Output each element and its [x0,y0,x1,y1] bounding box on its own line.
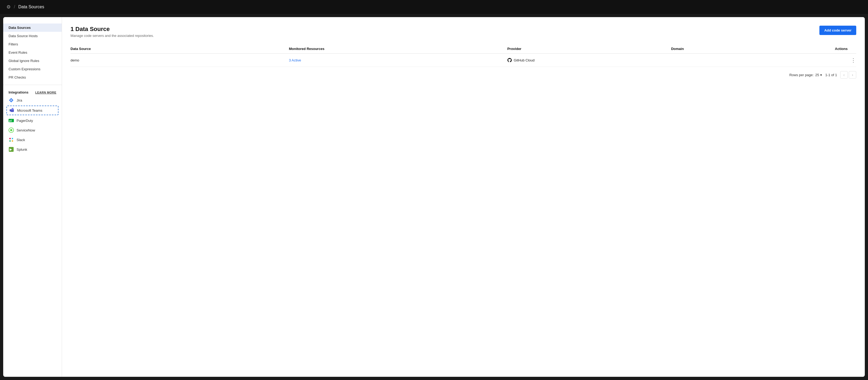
splunk-icon: ▶ [8,147,14,152]
sidebar-item-filters[interactable]: Filters [3,40,62,48]
jira-icon [8,97,14,103]
svg-point-7 [10,129,12,131]
sidebar-item-microsoft-teams[interactable]: Microsoft Teams [6,106,59,115]
table-header: Data Source Monitored Resources Provider… [70,44,856,54]
row-actions-menu-button[interactable]: ⋮ [850,57,856,63]
rows-per-page-value: 25 [815,73,819,77]
settings-icon: ⚙ [6,4,11,10]
table-header-actions: Actions [835,47,856,51]
pagerduty-label: PagerDuty [17,119,33,123]
breadcrumb-separator: / [14,4,15,9]
table-header-monitored-resources: Monitored Resources [289,47,507,51]
pagination: Rows per page: 25 ▾ 1-1 of 1 ‹ › [70,71,856,79]
sidebar-item-global-ignore-rules[interactable]: Global Ignore Rules [3,57,62,65]
servicenow-label: ServiceNow [17,128,35,132]
table-cell-data-source: demo [70,58,289,62]
main-wrapper: Data Sources Data Source Hosts Filters E… [3,17,865,377]
table-header-provider: Provider [507,47,671,51]
pagination-rows-per-page: Rows per page: 25 ▾ [789,73,822,77]
sidebar-divider [3,85,62,85]
content-header: 1 Data Source Manage code servers and th… [70,26,856,38]
svg-rect-9 [12,138,13,139]
learn-more-link[interactable]: LEARN MORE [35,91,56,94]
pagination-prev-button[interactable]: ‹ [840,71,848,79]
content-area: 1 Data Source Manage code servers and th… [62,17,865,377]
svg-rect-10 [9,140,11,142]
content-title-group: 1 Data Source Manage code servers and th… [70,26,154,38]
sidebar-item-event-rules[interactable]: Event Rules [3,48,62,57]
integrations-header: Integrations LEARN MORE [3,88,62,95]
table-row: demo 3 Active GitHub Cloud ⋮ [70,54,856,67]
svg-text:pd: pd [9,120,12,122]
data-sources-table: Data Source Monitored Resources Provider… [70,44,856,67]
table-cell-actions: ⋮ [835,57,856,63]
sidebar-item-label: Data Source Hosts [8,34,38,38]
jira-label: Jira [17,98,22,103]
add-code-server-button[interactable]: Add code server [819,26,856,35]
rows-per-page-select[interactable]: 25 ▾ [815,73,822,77]
table-header-data-source: Data Source [70,47,289,51]
content-title: 1 Data Source [70,26,154,33]
breadcrumb-page-title: Data Sources [18,4,44,9]
sidebar-item-splunk[interactable]: ▶ Splunk [3,145,62,154]
sidebar-item-label: Data Sources [8,26,31,30]
servicenow-icon [8,127,14,133]
table-cell-provider: GitHub Cloud [507,58,671,62]
sidebar: Data Sources Data Source Hosts Filters E… [3,17,62,377]
svg-point-3 [12,108,13,110]
sidebar-item-servicenow[interactable]: ServiceNow [3,125,62,135]
provider-name: GitHub Cloud [514,58,534,62]
content-subtitle: Manage code servers and the associated r… [70,34,154,38]
topbar: ⚙ / Data Sources [0,0,868,14]
svg-rect-11 [12,140,13,142]
microsoft-teams-icon [9,108,14,113]
chevron-down-icon: ▾ [820,73,822,77]
table-header-domain: Domain [671,47,835,51]
svg-rect-8 [9,138,11,139]
integrations-label: Integrations [8,90,28,94]
github-icon [507,58,512,62]
svg-rect-2 [11,110,14,112]
table-cell-monitored-resources[interactable]: 3 Active [289,58,507,62]
sidebar-item-pr-checks[interactable]: PR Checks [3,73,62,82]
sidebar-item-label: Filters [8,42,18,46]
rows-per-page-label: Rows per page: [789,73,813,77]
sidebar-item-label: PR Checks [8,75,26,79]
sidebar-item-pagerduty[interactable]: pd PagerDuty [3,116,62,125]
splunk-label: Splunk [17,147,27,151]
sidebar-item-label: Global Ignore Rules [8,59,39,63]
sidebar-item-label: Event Rules [8,51,27,55]
microsoft-teams-label: Microsoft Teams [17,109,42,113]
pagination-next-button[interactable]: › [849,71,856,79]
sidebar-item-label: Custom Expressions [8,67,40,71]
sidebar-item-jira[interactable]: Jira [3,95,62,105]
slack-label: Slack [17,138,25,142]
sidebar-item-custom-expressions[interactable]: Custom Expressions [3,65,62,73]
sidebar-item-data-sources[interactable]: Data Sources [3,24,62,32]
sidebar-item-slack[interactable]: Slack [3,135,62,145]
slack-icon [8,137,14,142]
pagination-nav: ‹ › [840,71,856,79]
pagerduty-icon: pd [8,118,14,123]
sidebar-item-data-source-hosts[interactable]: Data Source Hosts [3,32,62,40]
pagination-count: 1-1 of 1 [825,73,837,77]
